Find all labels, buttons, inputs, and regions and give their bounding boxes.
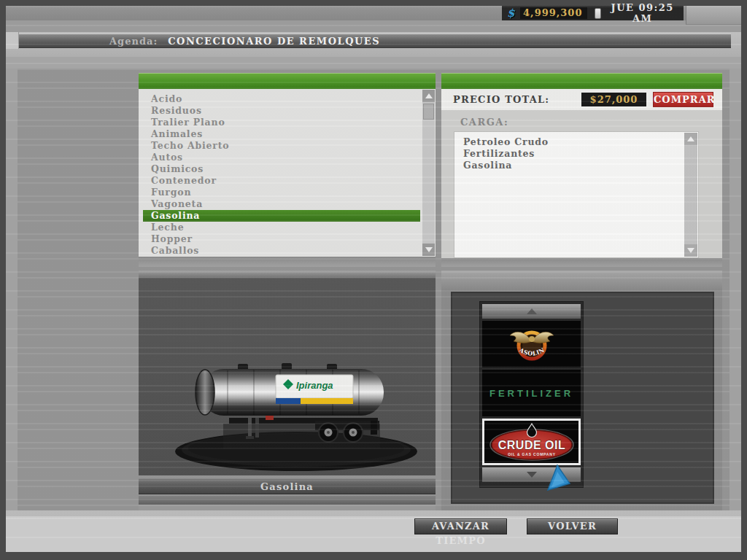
list-item[interactable]: Vagoneta xyxy=(139,198,419,210)
footer: AVANZAR TIEMPO VOLVER xyxy=(6,516,741,552)
cargo-item[interactable]: Gasolina xyxy=(454,160,682,171)
status-separator xyxy=(595,8,601,19)
cargo-list: Petroleo Crudo Fertilizantes Gasolina xyxy=(454,131,699,258)
list-item[interactable]: Contenedor xyxy=(139,175,419,187)
cargo-list-items: Petroleo Crudo Fertilizantes Gasolina xyxy=(454,136,682,171)
agenda-label: Agenda: xyxy=(109,36,158,47)
scroll-down-icon xyxy=(687,248,694,253)
scroll-down-button[interactable] xyxy=(684,244,697,257)
list-item[interactable]: Autos xyxy=(139,152,419,163)
money-display: 4,999,300 xyxy=(520,7,587,19)
list-item[interactable]: Quimicos xyxy=(139,163,419,175)
fertilizer-label: FERTILIZER xyxy=(489,388,573,399)
list-item[interactable]: Techo Abierto xyxy=(139,140,419,152)
oil-drop-icon xyxy=(527,424,536,438)
list-item[interactable]: Residuos xyxy=(139,105,419,117)
buy-button[interactable]: COMPRAR xyxy=(653,92,713,107)
trailer-list-items: Acido Residuos Tralier Plano Animales Te… xyxy=(139,93,419,257)
purchase-panel: PRECIO TOTAL: $27,000 COMPRAR CARGA: Pet… xyxy=(441,73,722,267)
purchase-panel-header xyxy=(441,73,722,89)
status-bar: $ 4,999,300 JUE 09:25 AM xyxy=(502,6,684,20)
price-row: PRECIO TOTAL: $27,000 COMPRAR xyxy=(441,89,722,110)
trailer-caption: Gasolina xyxy=(139,478,436,494)
tanker-trailer-render: Ipiranga xyxy=(172,351,420,475)
agenda-bar: Agenda: CONCECIONARO DE REMOLQUES xyxy=(19,34,731,48)
list-item[interactable]: Caballos xyxy=(139,245,419,257)
scroll-down-icon xyxy=(425,247,433,252)
preview-top-strip xyxy=(139,271,436,278)
panel-bottom-strip xyxy=(441,258,722,267)
crude-oil-emblem-icon: CRUDE OIL OIL & GAS COMPANY xyxy=(486,423,578,461)
scroll-down-button[interactable] xyxy=(422,244,435,256)
preview-bottom-strip-2 xyxy=(139,505,436,510)
price-value: $27,000 xyxy=(581,93,646,106)
cargo-logo-carousel: GASOLINE FERTILIZER xyxy=(479,301,584,488)
scroll-up-icon xyxy=(425,93,433,98)
list-item[interactable]: Leche xyxy=(139,222,419,233)
agenda-left-chip xyxy=(6,32,19,49)
cargo-logo-panel: GASOLINE FERTILIZER xyxy=(441,271,722,510)
list-item[interactable]: Animales xyxy=(139,128,419,140)
footer-band xyxy=(6,510,741,516)
dollar-icon: $ xyxy=(507,7,514,20)
scroll-up-icon xyxy=(527,308,537,314)
cargo-logo-crude-oil[interactable]: CRUDE OIL OIL & GAS COMPANY xyxy=(482,419,581,465)
price-label: PRECIO TOTAL: xyxy=(453,89,549,110)
trailer-type-panel: Acido Residuos Tralier Plano Animales Te… xyxy=(139,73,436,267)
scrollbar-thumb[interactable] xyxy=(423,104,434,120)
logo-panel-top-strip xyxy=(441,271,722,292)
trailer-list-header xyxy=(139,73,436,89)
list-item-selected[interactable]: Gasolina xyxy=(143,210,420,222)
cargo-logo-fertilizer[interactable]: FERTILIZER xyxy=(482,370,581,416)
cargo-item[interactable]: Fertilizantes xyxy=(454,148,682,160)
brand-name: Ipiranga xyxy=(296,380,333,391)
preview-panel: Ipiranga Gasolina xyxy=(139,271,436,510)
list-item[interactable]: Acido xyxy=(139,93,419,105)
scroll-down-icon xyxy=(527,472,537,478)
cargo-area: CARGA: Petroleo Crudo Fertilizantes Gaso… xyxy=(441,110,722,258)
trailer-list: Acido Residuos Tralier Plano Animales Te… xyxy=(139,89,436,257)
game-screen: $ 4,999,300 JUE 09:25 AM Agenda: CONCECI… xyxy=(0,0,747,560)
list-item[interactable]: Furgon xyxy=(139,187,419,198)
trailer-viewport: Ipiranga xyxy=(139,278,436,475)
cargo-logo-gasoline[interactable]: GASOLINE xyxy=(482,321,581,368)
screen-background: $ 4,999,300 JUE 09:25 AM Agenda: CONCECI… xyxy=(6,6,741,552)
page-title: CONCECIONARO DE REMOLQUES xyxy=(168,36,380,47)
background-band-2 xyxy=(6,57,741,69)
main-panel: Acido Residuos Tralier Plano Animales Te… xyxy=(18,69,729,510)
list-item[interactable]: Hopper xyxy=(139,233,419,245)
scroll-up-icon xyxy=(687,136,694,141)
top-right-block xyxy=(686,6,741,25)
back-button[interactable]: VOLVER xyxy=(527,518,618,534)
trailer-list-scrollbar[interactable] xyxy=(422,90,435,256)
carousel-scroll-up[interactable] xyxy=(482,304,581,319)
preview-bottom-strip-1 xyxy=(139,496,436,505)
list-item[interactable]: Tralier Plano xyxy=(139,117,419,128)
panel-bottom-strip xyxy=(139,257,436,267)
cargo-list-scrollbar[interactable] xyxy=(684,133,697,257)
time-display: JUE 09:25 AM xyxy=(601,2,684,24)
logo-panel-inner: GASOLINE FERTILIZER xyxy=(451,292,714,504)
crude-oil-label: CRUDE OIL xyxy=(498,439,565,451)
scroll-up-button[interactable] xyxy=(684,133,697,145)
cargo-item[interactable]: Petroleo Crudo xyxy=(454,136,682,148)
carousel-scroll-down[interactable] xyxy=(482,467,581,482)
scroll-up-button[interactable] xyxy=(422,90,435,102)
gasoline-emblem-icon: GASOLINE xyxy=(508,323,555,365)
cargo-label: CARGA: xyxy=(460,117,508,128)
crude-oil-subtitle: OIL & GAS COMPANY xyxy=(508,452,556,456)
advance-time-button[interactable]: AVANZAR TIEMPO xyxy=(414,518,507,534)
